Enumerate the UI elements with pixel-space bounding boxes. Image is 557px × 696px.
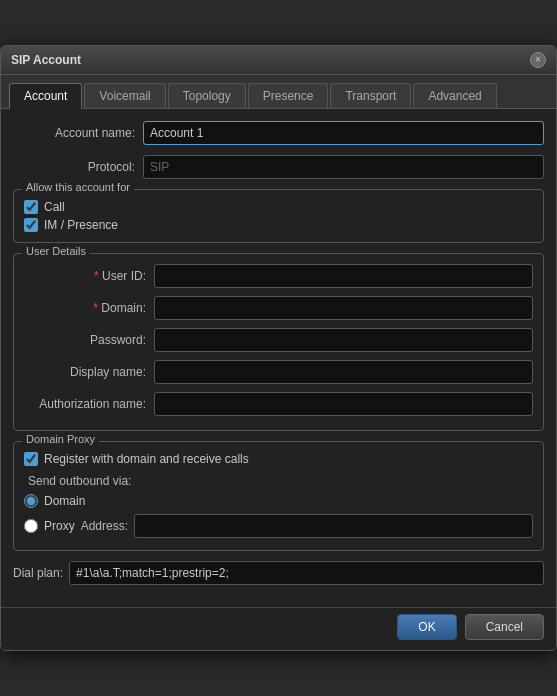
password-row: Password:	[24, 328, 533, 352]
domain-label: Domain:	[24, 301, 154, 315]
protocol-row: Protocol:	[13, 155, 544, 179]
display-name-row: Display name:	[24, 360, 533, 384]
auth-name-input[interactable]	[154, 392, 533, 416]
domain-row: Domain:	[24, 296, 533, 320]
tab-advanced[interactable]: Advanced	[413, 83, 496, 108]
im-checkbox-row: IM / Presence	[24, 218, 533, 232]
im-label: IM / Presence	[44, 218, 118, 232]
account-name-row: Account name:	[13, 121, 544, 145]
domain-proxy-section: Domain Proxy Register with domain and re…	[13, 441, 544, 551]
domain-radio-label: Domain	[44, 494, 85, 508]
ok-button[interactable]: OK	[397, 614, 456, 640]
cancel-button[interactable]: Cancel	[465, 614, 544, 640]
tab-transport[interactable]: Transport	[330, 83, 411, 108]
call-checkbox-row: Call	[24, 200, 533, 214]
register-checkbox-row: Register with domain and receive calls	[24, 452, 533, 466]
auth-name-row: Authorization name:	[24, 392, 533, 416]
user-details-legend: User Details	[22, 245, 90, 257]
dial-plan-input[interactable]	[69, 561, 544, 585]
tab-topology[interactable]: Topology	[168, 83, 246, 108]
account-name-input[interactable]	[143, 121, 544, 145]
dial-plan-label: Dial plan:	[13, 566, 63, 580]
user-id-row: User ID:	[24, 264, 533, 288]
send-outbound-label: Send outbound via:	[24, 474, 533, 488]
user-id-label: User ID:	[24, 269, 154, 283]
allow-legend: Allow this account for	[22, 181, 134, 193]
allow-section: Allow this account for Call IM / Presenc…	[13, 189, 544, 243]
tabs-bar: Account Voicemail Topology Presence Tran…	[1, 75, 556, 109]
display-name-label: Display name:	[24, 365, 154, 379]
call-label: Call	[44, 200, 65, 214]
password-label: Password:	[24, 333, 154, 347]
proxy-radio-row: Proxy Address:	[24, 514, 533, 538]
close-button[interactable]: ×	[530, 52, 546, 68]
password-input[interactable]	[154, 328, 533, 352]
button-bar: OK Cancel	[1, 607, 556, 650]
dial-plan-row: Dial plan:	[13, 561, 544, 585]
account-name-label: Account name:	[13, 126, 143, 140]
tab-voicemail[interactable]: Voicemail	[84, 83, 165, 108]
domain-proxy-legend: Domain Proxy	[22, 433, 99, 445]
tab-content: Account name: Protocol: Allow this accou…	[1, 109, 556, 607]
proxy-radio[interactable]	[24, 519, 38, 533]
call-checkbox[interactable]	[24, 200, 38, 214]
display-name-input[interactable]	[154, 360, 533, 384]
auth-name-label: Authorization name:	[24, 397, 154, 411]
register-label: Register with domain and receive calls	[44, 452, 249, 466]
proxy-radio-label: Proxy	[44, 519, 75, 533]
domain-radio[interactable]	[24, 494, 38, 508]
register-checkbox[interactable]	[24, 452, 38, 466]
dialog-title: SIP Account	[11, 53, 81, 67]
im-checkbox[interactable]	[24, 218, 38, 232]
protocol-input[interactable]	[143, 155, 544, 179]
address-label: Address:	[81, 519, 128, 533]
user-details-section: User Details User ID: Domain: Password: …	[13, 253, 544, 431]
tab-account[interactable]: Account	[9, 83, 82, 109]
tab-presence[interactable]: Presence	[248, 83, 329, 108]
title-bar: SIP Account ×	[1, 46, 556, 75]
domain-radio-row: Domain	[24, 494, 533, 508]
proxy-address-input[interactable]	[134, 514, 533, 538]
sip-account-dialog: SIP Account × Account Voicemail Topology…	[0, 45, 557, 651]
protocol-label: Protocol:	[13, 160, 143, 174]
user-id-input[interactable]	[154, 264, 533, 288]
domain-input[interactable]	[154, 296, 533, 320]
